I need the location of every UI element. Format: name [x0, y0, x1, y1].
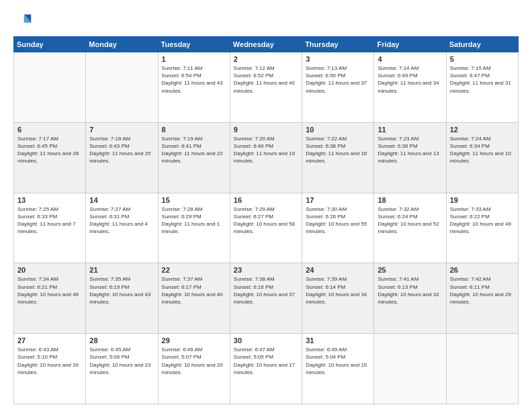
calendar-cell: 30Sunrise: 6:47 AMSunset: 5:05 PMDayligh…: [230, 334, 302, 404]
day-number: 7: [89, 126, 154, 134]
cell-content: Sunrise: 7:42 AMSunset: 6:11 PMDaylight:…: [450, 275, 515, 306]
cell-content: Sunrise: 7:19 AMSunset: 6:41 PMDaylight:…: [162, 135, 226, 165]
day-number: 29: [162, 336, 226, 345]
day-number: 22: [162, 266, 226, 274]
cell-content: Sunrise: 7:22 AMSunset: 6:38 PMDaylight:…: [306, 135, 370, 165]
cell-content: Sunrise: 7:11 AMSunset: 6:54 PMDaylight:…: [162, 64, 226, 95]
cell-content: Sunrise: 7:38 AMSunset: 6:16 PMDaylight:…: [234, 275, 298, 306]
cell-content: Sunrise: 7:25 AMSunset: 6:33 PMDaylight:…: [17, 205, 82, 236]
col-header-sunday: Sunday: [14, 37, 86, 52]
calendar-cell: 12Sunrise: 7:24 AMSunset: 6:34 PMDayligh…: [446, 122, 518, 193]
day-number: 5: [450, 55, 515, 63]
day-number: 4: [378, 55, 442, 63]
calendar-cell: 21Sunrise: 7:35 AMSunset: 6:19 PMDayligh…: [86, 263, 158, 334]
calendar-cell: 13Sunrise: 7:25 AMSunset: 6:33 PMDayligh…: [14, 193, 86, 263]
calendar-cell: 6Sunrise: 7:17 AMSunset: 6:45 PMDaylight…: [14, 122, 86, 193]
day-number: 15: [162, 196, 226, 204]
cell-content: Sunrise: 6:49 AMSunset: 5:04 PMDaylight:…: [306, 346, 370, 376]
logo: [13, 12, 35, 31]
calendar-cell: [86, 52, 158, 123]
calendar-cell: 4Sunrise: 7:14 AMSunset: 6:49 PMDaylight…: [374, 52, 446, 123]
day-number: 28: [89, 336, 154, 345]
calendar-cell: [446, 334, 518, 404]
cell-content: Sunrise: 7:15 AMSunset: 6:47 PMDaylight:…: [450, 64, 515, 95]
cell-content: Sunrise: 7:17 AMSunset: 6:45 PMDaylight:…: [17, 135, 82, 165]
calendar-cell: 2Sunrise: 7:12 AMSunset: 6:52 PMDaylight…: [230, 52, 302, 123]
col-header-friday: Friday: [374, 37, 446, 52]
day-number: 16: [234, 196, 298, 204]
calendar-cell: 11Sunrise: 7:23 AMSunset: 6:36 PMDayligh…: [374, 122, 446, 193]
page: SundayMondayTuesdayWednesdayThursdayFrid…: [0, 0, 532, 411]
calendar-header-row: SundayMondayTuesdayWednesdayThursdayFrid…: [14, 37, 519, 52]
cell-content: Sunrise: 7:33 AMSunset: 6:22 PMDaylight:…: [450, 205, 515, 236]
day-number: 30: [234, 336, 298, 345]
calendar-cell: 23Sunrise: 7:38 AMSunset: 6:16 PMDayligh…: [230, 263, 302, 334]
cell-content: Sunrise: 7:37 AMSunset: 6:17 PMDaylight:…: [162, 275, 226, 306]
calendar-cell: 19Sunrise: 7:33 AMSunset: 6:22 PMDayligh…: [446, 193, 518, 263]
day-number: 20: [17, 266, 82, 274]
calendar-cell: 5Sunrise: 7:15 AMSunset: 6:47 PMDaylight…: [446, 52, 518, 123]
calendar-cell: 3Sunrise: 7:13 AMSunset: 6:50 PMDaylight…: [302, 52, 374, 123]
col-header-tuesday: Tuesday: [158, 37, 230, 52]
day-number: 6: [17, 126, 82, 134]
day-number: 3: [306, 55, 370, 63]
day-number: 21: [89, 266, 154, 274]
day-number: 17: [306, 196, 370, 204]
calendar-cell: 10Sunrise: 7:22 AMSunset: 6:38 PMDayligh…: [302, 122, 374, 193]
col-header-monday: Monday: [86, 37, 158, 52]
calendar-cell: 17Sunrise: 7:30 AMSunset: 6:26 PMDayligh…: [302, 193, 374, 263]
day-number: 9: [234, 126, 298, 134]
day-number: 19: [450, 196, 515, 204]
day-number: 10: [306, 126, 370, 134]
day-number: 27: [17, 336, 82, 345]
cell-content: Sunrise: 7:24 AMSunset: 6:34 PMDaylight:…: [450, 135, 515, 165]
day-number: 1: [162, 55, 226, 63]
calendar-cell: 29Sunrise: 6:46 AMSunset: 5:07 PMDayligh…: [158, 334, 230, 404]
calendar-week-row: 6Sunrise: 7:17 AMSunset: 6:45 PMDaylight…: [14, 122, 519, 193]
calendar-cell: 24Sunrise: 7:39 AMSunset: 6:14 PMDayligh…: [302, 263, 374, 334]
col-header-saturday: Saturday: [446, 37, 518, 52]
header: [13, 12, 519, 31]
cell-content: Sunrise: 7:12 AMSunset: 6:52 PMDaylight:…: [234, 64, 298, 95]
cell-content: Sunrise: 7:27 AMSunset: 6:31 PMDaylight:…: [89, 205, 154, 236]
cell-content: Sunrise: 7:35 AMSunset: 6:19 PMDaylight:…: [89, 275, 154, 306]
calendar-week-row: 20Sunrise: 7:34 AMSunset: 6:21 PMDayligh…: [14, 263, 519, 334]
day-number: 26: [450, 266, 515, 274]
logo-icon: [13, 12, 32, 31]
col-header-wednesday: Wednesday: [230, 37, 302, 52]
day-number: 31: [306, 336, 370, 345]
day-number: 25: [378, 266, 442, 274]
calendar-cell: 27Sunrise: 6:43 AMSunset: 5:10 PMDayligh…: [14, 334, 86, 404]
calendar-cell: 20Sunrise: 7:34 AMSunset: 6:21 PMDayligh…: [14, 263, 86, 334]
cell-content: Sunrise: 6:45 AMSunset: 5:08 PMDaylight:…: [89, 346, 154, 376]
calendar-cell: 28Sunrise: 6:45 AMSunset: 5:08 PMDayligh…: [86, 334, 158, 404]
calendar-cell: 26Sunrise: 7:42 AMSunset: 6:11 PMDayligh…: [446, 263, 518, 334]
cell-content: Sunrise: 7:13 AMSunset: 6:50 PMDaylight:…: [306, 64, 370, 95]
calendar-cell: 7Sunrise: 7:18 AMSunset: 6:43 PMDaylight…: [86, 122, 158, 193]
calendar-cell: 9Sunrise: 7:20 AMSunset: 6:40 PMDaylight…: [230, 122, 302, 193]
calendar-cell: 8Sunrise: 7:19 AMSunset: 6:41 PMDaylight…: [158, 122, 230, 193]
calendar-cell: 1Sunrise: 7:11 AMSunset: 6:54 PMDaylight…: [158, 52, 230, 123]
cell-content: Sunrise: 7:18 AMSunset: 6:43 PMDaylight:…: [89, 135, 154, 165]
day-number: 8: [162, 126, 226, 134]
cell-content: Sunrise: 7:20 AMSunset: 6:40 PMDaylight:…: [234, 135, 298, 165]
cell-content: Sunrise: 7:34 AMSunset: 6:21 PMDaylight:…: [17, 275, 82, 306]
cell-content: Sunrise: 7:30 AMSunset: 6:26 PMDaylight:…: [306, 205, 370, 236]
cell-content: Sunrise: 7:28 AMSunset: 6:29 PMDaylight:…: [162, 205, 226, 236]
day-number: 23: [234, 266, 298, 274]
calendar-cell: 14Sunrise: 7:27 AMSunset: 6:31 PMDayligh…: [86, 193, 158, 263]
day-number: 13: [17, 196, 82, 204]
calendar-week-row: 1Sunrise: 7:11 AMSunset: 6:54 PMDaylight…: [14, 52, 519, 123]
calendar-cell: 22Sunrise: 7:37 AMSunset: 6:17 PMDayligh…: [158, 263, 230, 334]
day-number: 2: [234, 55, 298, 63]
calendar-cell: 31Sunrise: 6:49 AMSunset: 5:04 PMDayligh…: [302, 334, 374, 404]
calendar-week-row: 13Sunrise: 7:25 AMSunset: 6:33 PMDayligh…: [14, 193, 519, 263]
calendar-week-row: 27Sunrise: 6:43 AMSunset: 5:10 PMDayligh…: [14, 334, 519, 404]
calendar-cell: 15Sunrise: 7:28 AMSunset: 6:29 PMDayligh…: [158, 193, 230, 263]
calendar-table: SundayMondayTuesdayWednesdayThursdayFrid…: [13, 36, 519, 404]
cell-content: Sunrise: 7:41 AMSunset: 6:13 PMDaylight:…: [378, 275, 442, 306]
cell-content: Sunrise: 6:43 AMSunset: 5:10 PMDaylight:…: [17, 346, 82, 376]
day-number: 24: [306, 266, 370, 274]
calendar-cell: 16Sunrise: 7:29 AMSunset: 6:27 PMDayligh…: [230, 193, 302, 263]
cell-content: Sunrise: 6:46 AMSunset: 5:07 PMDaylight:…: [162, 346, 226, 376]
